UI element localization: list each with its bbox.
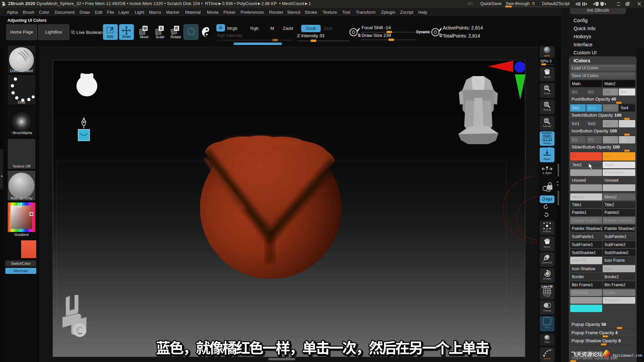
svg-text:D: D <box>439 33 442 38</box>
svg-text:S: S <box>358 33 361 38</box>
svg-text:M: M <box>144 26 147 31</box>
svg-text:R: R <box>175 26 178 31</box>
svg-text:feitianwu7.com: feitianwu7.com <box>612 354 642 358</box>
svg-text:S: S <box>160 26 162 31</box>
